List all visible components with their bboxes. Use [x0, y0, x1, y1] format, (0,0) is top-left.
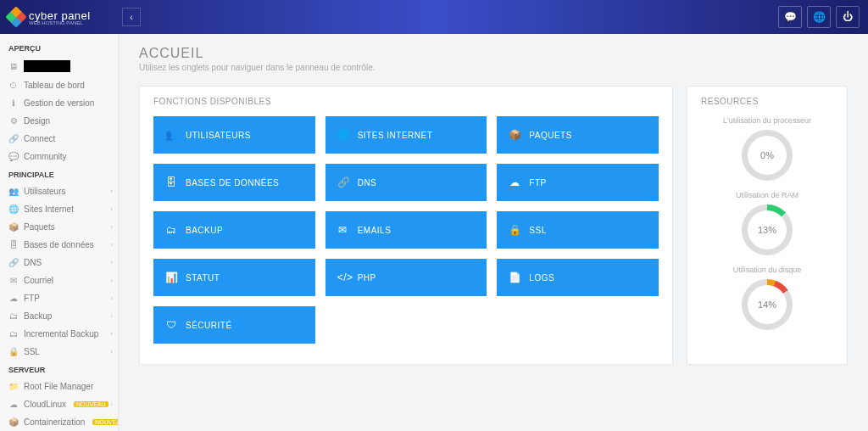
- menu-item-icon: 🔗: [8, 258, 19, 267]
- tile-icon: 🛡: [165, 319, 177, 331]
- menu-item-label: Courriel: [24, 276, 53, 285]
- tile-label: SÉCURITÉ: [186, 321, 232, 330]
- redacted-box: [24, 60, 70, 72]
- function-tile[interactable]: 🔒SSL: [497, 211, 659, 249]
- function-tile[interactable]: 📄LOGS: [497, 259, 659, 296]
- sidebar-item[interactable]: 🗄Bases de données›: [0, 236, 118, 254]
- sidebar-item[interactable]: ☁CloudLinuxNOUVEAU›: [0, 395, 118, 413]
- function-tile[interactable]: 👥UTILISATEURS: [153, 116, 315, 154]
- resource-label: Utilisation de RAM: [701, 191, 833, 199]
- sidebar-item[interactable]: 📁Root File Manager: [0, 378, 118, 395]
- resource-gauge: 0%: [742, 130, 793, 181]
- menu-item-icon: 🌐: [8, 204, 19, 214]
- menu-item-icon: 🗄: [8, 240, 19, 249]
- chevron-right-icon: ›: [110, 241, 113, 249]
- tile-label: FTP: [529, 178, 546, 188]
- tile-icon: ☁: [509, 176, 520, 188]
- tile-icon: 📄: [509, 271, 520, 283]
- menu-item-label: Design: [24, 116, 50, 126]
- menu-item-label: Connect: [24, 134, 55, 143]
- menu-item-label: Gestion de version: [24, 98, 94, 108]
- resource-label: Utilisation du disque: [701, 266, 833, 274]
- menu-item-label: Tableau de bord: [24, 81, 85, 90]
- menu-item-label: Backup: [24, 311, 52, 321]
- gauge-value: 13%: [748, 210, 787, 249]
- menu-item-label: Containerization: [24, 417, 85, 427]
- resources-list: L'utilisation du processeur0%Utilisation…: [701, 116, 833, 330]
- tile-label: EMAILS: [358, 226, 392, 235]
- language-button[interactable]: 🌐: [807, 6, 831, 28]
- page-title: ACCUEIL: [139, 46, 848, 61]
- function-tile[interactable]: 🗄BASES DE DONNÉES: [153, 164, 315, 201]
- chat-button[interactable]: 💬: [778, 6, 802, 28]
- sidebar-item[interactable]: ℹGestion de version: [0, 94, 118, 112]
- function-tile[interactable]: </>PHP: [326, 259, 487, 296]
- menu-item-icon: 🗂: [8, 329, 19, 339]
- brand[interactable]: cyber panel WEB HOSTING PANEL: [0, 9, 119, 25]
- sidebar-item[interactable]: 🖥: [0, 56, 118, 76]
- menu-item-icon: ✉: [8, 276, 19, 285]
- menu-item-icon: 📦: [8, 222, 19, 232]
- function-tile[interactable]: ✉EMAILS: [326, 211, 487, 249]
- tile-icon: </>: [337, 271, 349, 283]
- sidebar-item[interactable]: 🌐Sites Internet›: [0, 200, 118, 218]
- menu-group-header: PRINCIPALE: [0, 165, 118, 182]
- tile-icon: 🗄: [165, 176, 177, 188]
- tile-label: LOGS: [529, 273, 554, 283]
- function-tile[interactable]: 🔗DNS: [326, 164, 487, 201]
- function-tile[interactable]: 📦PAQUETS: [497, 116, 659, 154]
- power-button[interactable]: ⏻: [836, 6, 860, 28]
- tile-label: UTILISATEURS: [186, 131, 251, 140]
- tile-label: PHP: [358, 273, 376, 283]
- function-tile[interactable]: 📊STATUT: [153, 259, 315, 296]
- sidebar-item[interactable]: 🔗DNS›: [0, 254, 118, 271]
- tile-icon: 📦: [509, 129, 520, 141]
- sidebar-item[interactable]: 🔒SSL›: [0, 343, 118, 361]
- menu-item-icon: ⏲: [8, 81, 19, 90]
- sidebar-item[interactable]: ⏲Tableau de bord: [0, 76, 118, 94]
- menu-item-icon: 🖥: [8, 62, 19, 71]
- tile-label: SSL: [529, 226, 546, 235]
- tile-icon: 🗂: [165, 224, 177, 236]
- resource-gauge: 14%: [742, 279, 793, 330]
- function-tile[interactable]: 🗂BACKUP: [153, 211, 315, 249]
- sidebar-item[interactable]: ✉Courriel›: [0, 271, 118, 289]
- function-tiles: 👥UTILISATEURS🌐SITES INTERNET📦PAQUETS🗄BAS…: [153, 116, 659, 344]
- chevron-right-icon: ›: [110, 188, 113, 195]
- menu-item-icon: 💬: [8, 152, 19, 161]
- sidebar-item[interactable]: 🗂Backup›: [0, 307, 118, 325]
- topbar-actions: 💬 🌐 ⏻: [778, 0, 860, 34]
- function-tile[interactable]: 🌐SITES INTERNET: [326, 116, 487, 154]
- chevron-right-icon: ›: [110, 259, 113, 266]
- functions-panel: FONCTIONS DISPONIBLES 👥UTILISATEURS🌐SITE…: [139, 86, 673, 365]
- sidebar-item[interactable]: 🔗Connect: [0, 130, 118, 148]
- function-tile[interactable]: 🛡SÉCURITÉ: [153, 306, 315, 344]
- menu-item-icon: ☁: [8, 294, 19, 303]
- sidebar-item[interactable]: 💬Community: [0, 148, 118, 165]
- function-tile[interactable]: ☁FTP: [497, 164, 659, 201]
- sidebar: APERÇU🖥⏲Tableau de bordℹGestion de versi…: [0, 34, 119, 431]
- tile-icon: 🌐: [337, 129, 349, 141]
- resources-panel-title: RESOURCES: [701, 97, 833, 106]
- sidebar-item[interactable]: ☁FTP›: [0, 289, 118, 307]
- sidebar-item[interactable]: 📦Paquets›: [0, 218, 118, 236]
- sidebar-collapse-button[interactable]: ‹: [122, 8, 141, 26]
- resource-label: L'utilisation du processeur: [701, 116, 833, 125]
- menu-item-icon: 👥: [8, 187, 19, 196]
- tile-label: PAQUETS: [529, 131, 572, 140]
- sidebar-item[interactable]: 🗂Incremental Backup›: [0, 325, 118, 343]
- gauge-value: 0%: [748, 136, 787, 175]
- sidebar-item[interactable]: 📦ContainerizationNOUVEAU›: [0, 413, 118, 431]
- menu-item-label: Root File Manager: [24, 382, 93, 391]
- menu-item-label: Incremental Backup: [24, 329, 98, 339]
- menu-item-label: Sites Internet: [24, 204, 74, 214]
- chevron-right-icon: ›: [110, 400, 113, 408]
- gauge-value: 14%: [748, 285, 787, 324]
- menu-item-label: FTP: [24, 294, 40, 303]
- sidebar-item[interactable]: ⚙Design: [0, 112, 118, 130]
- menu-group-header: SERVEUR: [0, 361, 118, 378]
- sidebar-item[interactable]: 👥Utilisateurs›: [0, 182, 118, 200]
- menu-item-icon: ⚙: [8, 116, 19, 126]
- menu-item-icon: 🔒: [8, 347, 19, 356]
- new-badge: NOUVEAU: [92, 419, 119, 425]
